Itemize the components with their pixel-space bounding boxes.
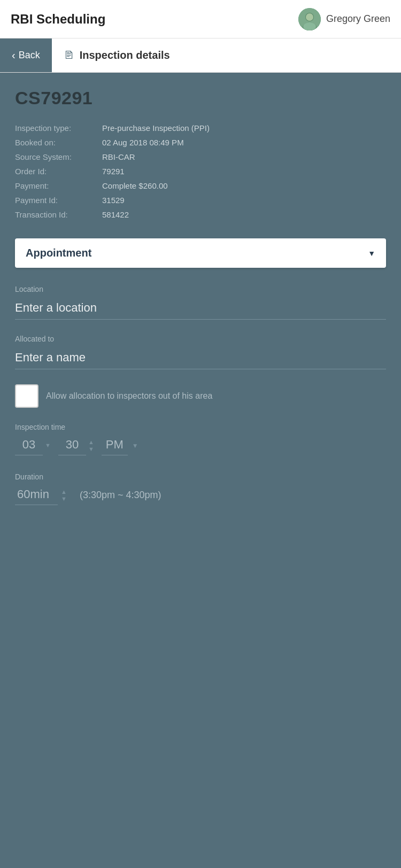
value-source-system: RBI-CAR: [102, 152, 135, 161]
allocated-label: Allocated to: [15, 335, 386, 343]
checkbox-row: Allow allocation to inspectors out of hi…: [15, 384, 386, 408]
detail-row-source-system: Source System: RBI-CAR: [15, 152, 386, 161]
details-table: Inspection type: Pre-purchase Inspection…: [15, 123, 386, 219]
svg-point-3: [306, 13, 313, 21]
appointment-dropdown[interactable]: Appointment ▼: [15, 238, 386, 268]
back-chevron-icon: ‹: [12, 49, 16, 61]
time-row: 03 ▼ 30 ▲ ▼ PM ▼: [15, 436, 386, 455]
nav-bar: ‹ Back 🖹 Inspection details: [0, 38, 401, 73]
label-payment-id: Payment Id:: [15, 196, 98, 205]
label-transaction-id: Transaction Id:: [15, 210, 98, 219]
detail-row-payment: Payment: Complete $260.00: [15, 181, 386, 190]
duration-value: 60min: [15, 485, 58, 505]
minute-select-group: 30 ▲ ▼: [58, 436, 96, 455]
ampm-select-group: PM ▼: [102, 436, 141, 455]
value-transaction-id: 581422: [102, 210, 129, 219]
ampm-down-icon: ▼: [132, 442, 138, 449]
value-payment: Complete $260.00: [102, 181, 168, 190]
duration-up-icon: ▲: [61, 489, 67, 495]
minute-up-icon: ▲: [88, 439, 94, 445]
allocated-input[interactable]: [15, 347, 386, 369]
detail-row-order-id: Order Id: 79291: [15, 167, 386, 176]
app-title: RBI Scheduling: [11, 12, 105, 27]
checkbox-label: Allow allocation to inspectors out of hi…: [46, 391, 212, 401]
minute-down-icon: ▼: [88, 446, 94, 452]
inspection-time-label: Inspection time: [15, 423, 386, 431]
ampm-value: PM: [102, 436, 128, 455]
label-payment: Payment:: [15, 181, 98, 190]
duration-down-icon: ▼: [61, 496, 67, 502]
dropdown-arrow-icon: ▼: [368, 249, 375, 258]
value-booked-on: 02 Aug 2018 08:49 PM: [102, 138, 184, 147]
location-label: Location: [15, 285, 386, 293]
value-inspection-type: Pre-purchase Inspection (PPI): [102, 123, 210, 133]
duration-range: (3:30pm ~ 4:30pm): [80, 490, 161, 501]
hour-select-group: 03 ▼: [15, 436, 53, 455]
detail-row-inspection-type: Inspection type: Pre-purchase Inspection…: [15, 123, 386, 133]
top-header: RBI Scheduling Gregory Green: [0, 0, 401, 38]
detail-row-booked-on: Booked on: 02 Aug 2018 08:49 PM: [15, 138, 386, 147]
avatar: [298, 8, 321, 30]
back-button[interactable]: ‹ Back: [0, 38, 52, 72]
order-id: CS79291: [15, 88, 386, 108]
location-section: Location: [15, 285, 386, 320]
out-of-area-checkbox[interactable]: [15, 384, 38, 408]
detail-row-payment-id: Payment Id: 31529: [15, 196, 386, 205]
label-inspection-type: Inspection type:: [15, 123, 98, 133]
minute-arrows-button[interactable]: ▲ ▼: [86, 439, 96, 452]
inspection-time-section: Inspection time 03 ▼ 30 ▲ ▼ PM: [15, 423, 386, 455]
label-source-system: Source System:: [15, 152, 98, 161]
hour-down-icon: ▼: [45, 443, 51, 448]
detail-row-transaction-id: Transaction Id: 581422: [15, 210, 386, 219]
value-payment-id: 31529: [102, 196, 125, 205]
duration-label: Duration: [15, 472, 386, 481]
location-input[interactable]: [15, 298, 386, 320]
minute-value: 30: [58, 436, 86, 455]
value-order-id: 79291: [102, 167, 125, 176]
duration-input-group: 60min ▲ ▼: [15, 485, 67, 505]
back-label: Back: [19, 50, 40, 61]
main-content: CS79291 Inspection type: Pre-purchase In…: [0, 73, 401, 868]
label-booked-on: Booked on:: [15, 138, 98, 147]
user-info: Gregory Green: [298, 8, 390, 30]
appointment-dropdown-label: Appointment: [26, 247, 91, 259]
duration-arrows-button[interactable]: ▲ ▼: [61, 489, 67, 502]
document-icon: 🖹: [64, 49, 74, 61]
ampm-dropdown-button[interactable]: ▼: [128, 442, 141, 449]
duration-row: 60min ▲ ▼ (3:30pm ~ 4:30pm): [15, 485, 386, 505]
hour-value: 03: [15, 436, 43, 455]
allocated-to-section: Allocated to: [15, 335, 386, 369]
nav-title-section: 🖹 Inspection details: [52, 49, 182, 61]
hour-dropdown-button[interactable]: ▼: [43, 443, 53, 448]
duration-section: Duration 60min ▲ ▼ (3:30pm ~ 4:30pm): [15, 472, 386, 505]
user-name-label: Gregory Green: [326, 13, 390, 25]
page-title: Inspection details: [80, 49, 170, 61]
label-order-id: Order Id:: [15, 167, 98, 176]
